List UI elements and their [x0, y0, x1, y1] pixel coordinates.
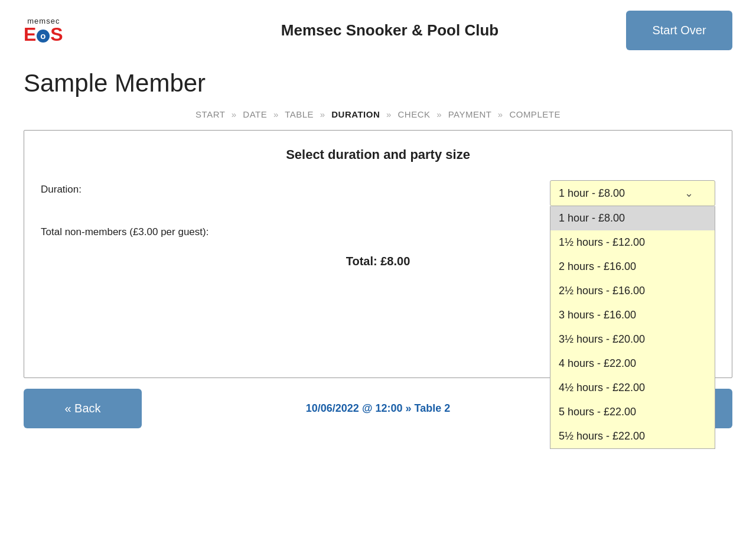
page-title: Memsec Snooker & Pool Club — [154, 21, 626, 40]
breadcrumb-sep-3: » — [320, 109, 325, 119]
breadcrumb-sep-4: » — [386, 109, 392, 119]
member-name: Sample Member — [0, 56, 756, 103]
card-title: Select duration and party size — [41, 147, 715, 162]
breadcrumb-sep-6: » — [498, 109, 503, 119]
breadcrumb-step-date: DATE — [243, 109, 267, 119]
main-card: Select duration and party size Duration:… — [24, 130, 732, 378]
logo-epos-text: EoS — [24, 25, 64, 44]
breadcrumb-sep-5: » — [436, 109, 442, 119]
duration-row: Duration: 1 hour - £8.00 ⌄ 1 hour - £8.0… — [41, 180, 715, 206]
duration-label: Duration: — [41, 180, 265, 196]
logo-box: memsec EoS — [24, 17, 64, 44]
non-members-label: Total non-members (£3.00 per guest): — [41, 223, 265, 238]
duration-option-7[interactable]: 4½ hours - £22.00 — [550, 376, 715, 400]
breadcrumb-step-check: CHECK — [397, 109, 430, 119]
breadcrumb-step-duration: DURATION — [331, 109, 380, 119]
breadcrumb-step-complete: COMPLETE — [509, 109, 561, 119]
duration-select-wrapper: 1 hour - £8.00 ⌄ 1 hour - £8.00 1½ hours… — [550, 180, 715, 206]
start-over-button[interactable]: Start Over — [626, 11, 732, 50]
duration-option-1[interactable]: 1½ hours - £12.00 — [550, 230, 715, 255]
duration-option-6[interactable]: 4 hours - £22.00 — [550, 352, 715, 376]
duration-option-4[interactable]: 3 hours - £16.00 — [550, 303, 715, 327]
breadcrumb-step-table: TABLE — [285, 109, 314, 119]
breadcrumb-step-start: START — [195, 109, 225, 119]
duration-select-display[interactable]: 1 hour - £8.00 ⌄ — [550, 180, 715, 206]
duration-option-5[interactable]: 3½ hours - £20.00 — [550, 327, 715, 352]
duration-selected-value: 1 hour - £8.00 — [559, 187, 625, 200]
duration-control-area: 1 hour - £8.00 ⌄ 1 hour - £8.00 1½ hours… — [265, 180, 715, 206]
duration-dropdown[interactable]: 1 hour - £8.00 1½ hours - £12.00 2 hours… — [550, 206, 715, 449]
logo-area: memsec EoS — [24, 17, 154, 44]
breadcrumb-sep-2: » — [273, 109, 279, 119]
duration-option-3[interactable]: 2½ hours - £16.00 — [550, 279, 715, 303]
duration-option-2[interactable]: 2 hours - £16.00 — [550, 255, 715, 279]
breadcrumb-step-payment: PAYMENT — [448, 109, 492, 119]
duration-option-9[interactable]: 5½ hours - £22.00 — [550, 424, 715, 448]
breadcrumb: START » DATE » TABLE » DURATION » CHECK … — [0, 103, 756, 130]
booking-info: 10/06/2022 @ 12:00 » Table 2 — [306, 402, 450, 415]
breadcrumb-sep-1: » — [232, 109, 237, 119]
chevron-down-icon: ⌄ — [685, 187, 693, 200]
duration-option-8[interactable]: 5 hours - £22.00 — [550, 400, 715, 424]
duration-option-0[interactable]: 1 hour - £8.00 — [550, 206, 715, 230]
page-header: memsec EoS Memsec Snooker & Pool Club St… — [0, 0, 756, 56]
back-button[interactable]: « Back — [24, 389, 142, 428]
